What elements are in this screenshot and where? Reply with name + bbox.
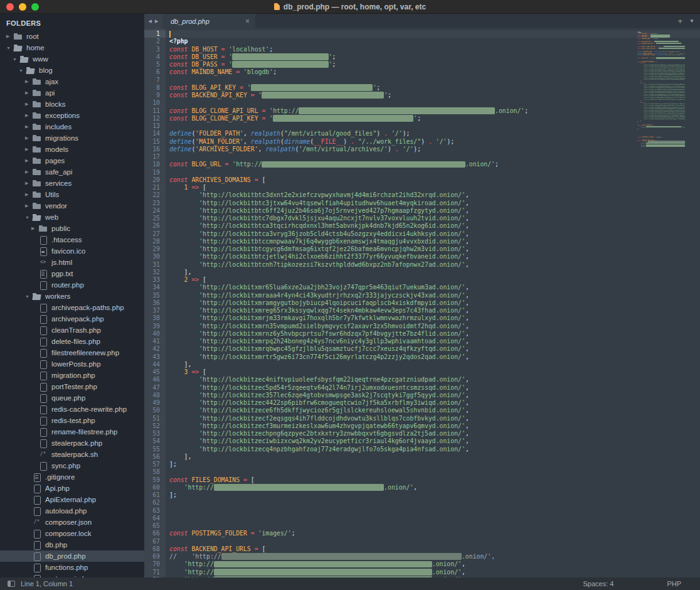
chevron-right-icon[interactable]: ▶ (25, 124, 32, 129)
tree-file-db_prod.php[interactable]: db_prod.php (0, 550, 144, 562)
line-number[interactable]: 62 (144, 499, 160, 507)
line-number[interactable]: 71 (144, 569, 160, 576)
tab-db-prod-php[interactable]: db_prod.php × (162, 14, 255, 28)
line-number[interactable]: 70 (144, 560, 160, 568)
tree-folder-pages[interactable]: ▶pages (0, 155, 144, 166)
tree-folder-home[interactable]: ▼home (0, 42, 144, 53)
chevron-right-icon[interactable]: ▶ (25, 113, 32, 118)
tree-file-js.html[interactable]: <>js.html (0, 257, 144, 268)
tree-folder-vendor[interactable]: ▶vendor (0, 200, 144, 212)
code-line[interactable]: 'http://.onion/', (169, 569, 700, 576)
line-number[interactable]: 30 (144, 253, 160, 260)
tree-file-composer.json[interactable]: /*composer.json (0, 517, 144, 528)
line-number[interactable]: 3 (144, 46, 160, 53)
code-line[interactable]: 'http://lockbitzecf3murmeizkeslxaw6um4zh… (169, 422, 700, 430)
code-line[interactable]: const BLOG_CLONE_API_URL = 'http://.onio… (169, 107, 700, 115)
tree-folder-root[interactable]: ▶root (0, 31, 144, 42)
line-number[interactable]: 50 (144, 407, 160, 414)
code-line[interactable]: const FILES_DOMAINS = [ (169, 476, 700, 484)
code-line[interactable]: 'http://lockbitxmrn35vmpumd2sielbymgvycs… (169, 323, 700, 330)
code-line[interactable]: const POSTIMGS_FOLDER = 'images/'; (169, 530, 700, 537)
line-number[interactable]: 43 (144, 353, 160, 361)
chevron-right-icon[interactable]: ▶ (25, 158, 32, 163)
code-line[interactable] (169, 538, 700, 545)
code-line[interactable] (169, 99, 700, 107)
minimap[interactable]: <?phpconst DB_HOST = 'localhost';const D… (637, 30, 685, 155)
tree-file-router-api.php[interactable]: router-api.php (0, 573, 144, 577)
code-line[interactable]: const BLOG_API_KEY = ''; (169, 84, 700, 92)
line-number[interactable]: 72 (144, 576, 160, 577)
code-line[interactable]: 'http://lockbitzec357lec6zqe4gtobvsmwpsg… (169, 392, 700, 399)
code-line[interactable] (169, 122, 700, 130)
code-line[interactable] (169, 30, 700, 38)
line-number[interactable]: 5 (144, 61, 160, 68)
tree-folder-ajax[interactable]: ▶ajax (0, 76, 144, 87)
line-number[interactable]: 7 (144, 77, 160, 84)
tree-file-redis-test.php[interactable]: redis-test.php (0, 415, 144, 426)
tree-folder-blocks[interactable]: ▶blocks (0, 99, 144, 110)
tree-folder-models[interactable]: ▶models (0, 144, 144, 155)
code-line[interactable]: 'http://lockbitxmrqbwpc45gfzjlblu5qsamzt… (169, 345, 700, 353)
line-number[interactable]: 63 (144, 507, 160, 515)
tree-file-sync.php[interactable]: sync.php (0, 460, 144, 471)
code-line[interactable]: 'http://lockbitbtc3jtxw64vu4tqsewlfiah4u… (169, 200, 700, 207)
code-line[interactable]: // 'http://.onion/', (169, 553, 700, 560)
code-line[interactable]: const ARCHIVES_DOMAINS = [ (169, 176, 700, 184)
tree-folder-blog[interactable]: ▼blog (0, 65, 144, 76)
line-number[interactable]: 32 (144, 269, 160, 276)
tree-file-router.php[interactable]: router.php (0, 279, 144, 291)
code-line[interactable]: const BACKEND_API_KEY = ''; (169, 92, 700, 99)
chevron-right-icon[interactable]: ▶ (25, 90, 32, 95)
tab-scroll-right-icon[interactable]: ▶ (155, 19, 158, 24)
zoom-window-button[interactable] (31, 3, 39, 11)
code-line[interactable]: 'http://lockbitzecf2eqsgqs4ih7flddcojdhd… (169, 415, 700, 422)
tree-folder-workers[interactable]: ▼workers (0, 291, 144, 302)
code-line[interactable]: 'http://lockbitbtcnh7tipkozezsi7kszvthpl… (169, 261, 700, 269)
code-line[interactable]: 'http://lockbitzec4422sp6pibfrw6cmogueqt… (169, 399, 700, 407)
tree-file-redis-cache-rewrite.php[interactable]: redis-cache-rewrite.php (0, 404, 144, 415)
code-line[interactable]: define('MAIN_FOLDER', realpath(dirname(_… (169, 138, 700, 146)
tree-file-cleanTrash.php[interactable]: cleanTrash.php (0, 324, 144, 336)
tree-folder-Utils[interactable]: ▶Utils (0, 189, 144, 200)
line-number[interactable]: 42 (144, 345, 160, 353)
tree-folder-exceptions[interactable]: ▶exceptions (0, 110, 144, 121)
line-number[interactable]: 48 (144, 392, 160, 399)
line-number[interactable]: 11 (144, 107, 160, 115)
code-line[interactable]: 3 => [ (169, 368, 700, 376)
chevron-down-icon[interactable]: ▼ (25, 294, 32, 299)
chevron-right-icon[interactable]: ▶ (25, 79, 32, 84)
line-number[interactable]: 64 (144, 515, 160, 522)
chevron-right-icon[interactable]: ▶ (25, 181, 32, 186)
code-line[interactable]: 1 => [ (169, 184, 700, 191)
line-number[interactable]: 24 (144, 207, 160, 215)
chevron-right-icon[interactable]: ▶ (25, 169, 32, 174)
line-number[interactable]: 56 (144, 453, 160, 461)
tree-folder-migrations[interactable]: ▶migrations (0, 132, 144, 144)
chevron-down-icon[interactable]: ▼ (13, 57, 19, 62)
line-number[interactable]: 33 (144, 276, 160, 284)
syntax-setting[interactable]: PHP (667, 580, 681, 587)
tree-file-filestreefilerenew.php[interactable]: filestreefilerenew.php (0, 347, 144, 358)
code-line[interactable]: 'http://lockbitxmrnz6y5hvbpcprtsu7fswr6h… (169, 330, 700, 338)
tree-file-pgp.txt[interactable]: pgp.txt (0, 268, 144, 279)
code-line[interactable]: 'http://lockbitbtccmnpwaav7kj6q4wyggb6xe… (169, 238, 700, 245)
code-line[interactable]: 'http://lockbitxmrpq2h24boneg4z4ys7ncv6n… (169, 338, 700, 345)
code-line[interactable]: 'http://lockbitzecq4npzbhgahfzoaj77z4era… (169, 446, 700, 453)
code-line[interactable]: ]; (169, 461, 700, 468)
line-number[interactable]: 61 (144, 491, 160, 499)
tree-folder-public[interactable]: ▶public (0, 223, 144, 234)
code-line[interactable] (169, 77, 700, 84)
line-number[interactable]: 6 (144, 68, 160, 76)
line-number[interactable]: 40 (144, 330, 160, 338)
tree-folder-services[interactable]: ▶services (0, 178, 144, 189)
code-line[interactable]: 'http://lockbitzechpng6qzpyec2btxkxtry3z… (169, 430, 700, 437)
code-line[interactable]: 'http://lockbitbtca3tqcirhcqdxnxl3hmt5ab… (169, 222, 700, 230)
tree-file-db.php[interactable]: db.php (0, 539, 144, 550)
tree-file-.gitignore[interactable]: .gitignore (0, 471, 144, 483)
chevron-right-icon[interactable]: ▶ (25, 192, 32, 197)
tree-file-stealerpack.sh[interactable]: /*stealerpack.sh (0, 449, 144, 460)
line-number[interactable]: 14 (144, 130, 160, 137)
code-line[interactable]: 'http://lockbitbtc6ff24juz2b46sa6j7oj5rn… (169, 207, 700, 215)
code-line[interactable] (169, 169, 700, 176)
tree-folder-includes[interactable]: ▶includes (0, 121, 144, 132)
